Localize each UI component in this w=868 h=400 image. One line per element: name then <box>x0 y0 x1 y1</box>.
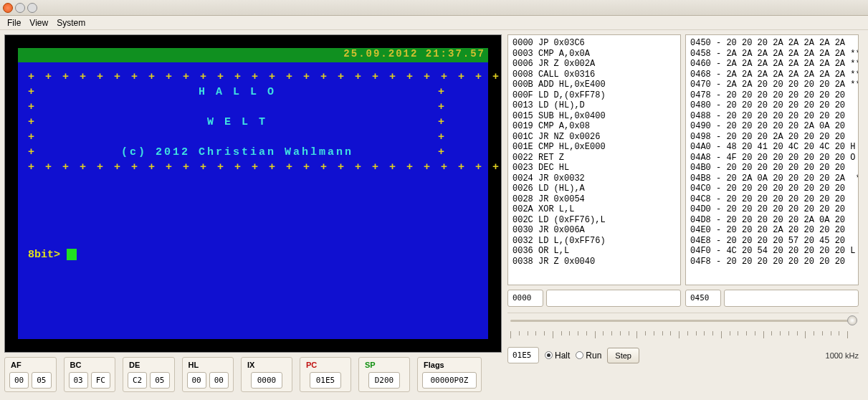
cursor-icon <box>67 249 77 260</box>
reg-label: AF <box>9 361 52 372</box>
reg-hl-hi[interactable]: 00 <box>187 372 206 389</box>
screen-border: + <box>438 116 447 128</box>
screen-border: + <box>438 86 447 98</box>
disasm-command-input[interactable] <box>546 290 681 307</box>
screen-text-welt: W E L T <box>37 115 438 130</box>
reg-de: DE C2 05 <box>123 357 175 392</box>
reg-ix-val[interactable]: 0000 <box>251 372 282 389</box>
speed-slider[interactable] <box>507 313 859 327</box>
screen-border-bottom: + + + + + + + + + + + + + + + + + + + + … <box>28 160 478 175</box>
reg-de-hi[interactable]: C2 <box>128 372 147 389</box>
reg-sp-val[interactable]: D200 <box>368 372 400 389</box>
screen-border: + <box>28 131 37 143</box>
screen-text-copyright: (c) 2012 Christian Wahlmann <box>37 145 438 160</box>
reg-label: SP <box>363 361 405 372</box>
halt-label: Halt <box>555 351 570 361</box>
screen-border-top: + + + + + + + + + + + + + + + + + + + + … <box>28 70 478 85</box>
menubar: File View System <box>0 16 868 30</box>
reg-de-lo[interactable]: 05 <box>150 372 169 389</box>
register-panel: AF 00 05 BC 03 FC DE C2 05 <box>4 357 503 392</box>
screen-border: + <box>28 116 37 128</box>
disassembly-panel[interactable]: 0000 JP 0x03C6 0003 CMP A,0x0A 0006 JR Z… <box>507 34 681 285</box>
window-titlebar <box>0 0 868 16</box>
run-radio[interactable]: Run <box>576 351 601 361</box>
screen-border: + <box>438 131 447 143</box>
screen-text-hallo: H A L L O <box>37 85 438 100</box>
reg-label: HL <box>187 361 229 372</box>
hexdump-command-input[interactable] <box>724 290 859 307</box>
screen-border: + <box>438 146 447 158</box>
reg-bc-lo[interactable]: FC <box>91 372 110 389</box>
minimize-icon[interactable] <box>15 3 25 13</box>
reg-pc: PC 01E5 <box>300 357 351 392</box>
reg-flags-val[interactable]: 00000P0Z <box>422 372 477 389</box>
reg-label: IX <box>246 361 287 372</box>
screen-border: + <box>28 146 37 158</box>
emulator-screen: 25.09.2012 21:37.57 + + + + + + + + + + … <box>4 34 502 353</box>
disasm-address-input[interactable]: 0000 <box>507 290 543 307</box>
halt-radio[interactable]: Halt <box>545 351 570 361</box>
run-label: Run <box>586 351 601 361</box>
slider-thumb-icon[interactable] <box>847 315 857 325</box>
step-button[interactable]: Step <box>607 348 639 363</box>
slider-ticks <box>507 331 859 343</box>
menu-file[interactable]: File <box>7 18 21 28</box>
reg-af: AF 00 05 <box>4 357 57 392</box>
current-pc-display[interactable]: 01E5 <box>507 347 539 363</box>
screen-border: + <box>28 101 37 113</box>
menu-view[interactable]: View <box>29 18 48 28</box>
reg-label: BC <box>69 361 111 372</box>
screen-prompt: 8bit> <box>28 249 67 261</box>
reg-af-hi[interactable]: 00 <box>9 372 29 389</box>
reg-hl: HL 00 00 <box>182 357 234 392</box>
reg-bc-hi[interactable]: 03 <box>69 372 88 389</box>
close-icon[interactable] <box>3 3 13 13</box>
reg-bc: BC 03 FC <box>64 357 116 392</box>
reg-label: DE <box>128 361 170 372</box>
menu-system[interactable]: System <box>57 18 85 28</box>
reg-pc-val[interactable]: 01E5 <box>310 372 341 389</box>
maximize-icon[interactable] <box>27 3 37 13</box>
reg-label: Flags <box>422 361 477 372</box>
reg-flags: Flags 00000P0Z <box>417 357 482 392</box>
reg-sp: SP D200 <box>358 357 410 392</box>
screen-border: + <box>28 86 37 98</box>
screen-timestamp: 25.09.2012 21:37.57 <box>18 48 488 62</box>
reg-ix: IX 0000 <box>241 357 292 392</box>
reg-label: PC <box>305 361 346 372</box>
hexdump-address-input[interactable]: 0450 <box>685 290 721 307</box>
reg-af-lo[interactable]: 05 <box>32 372 51 389</box>
screen-border: + <box>438 101 447 113</box>
reg-hl-lo[interactable]: 00 <box>209 372 229 389</box>
hexdump-panel[interactable]: 0450 - 20 20 20 2A 2A 2A 2A 2A ***** 045… <box>685 34 859 285</box>
speed-display: 1000 kHz <box>826 351 859 360</box>
